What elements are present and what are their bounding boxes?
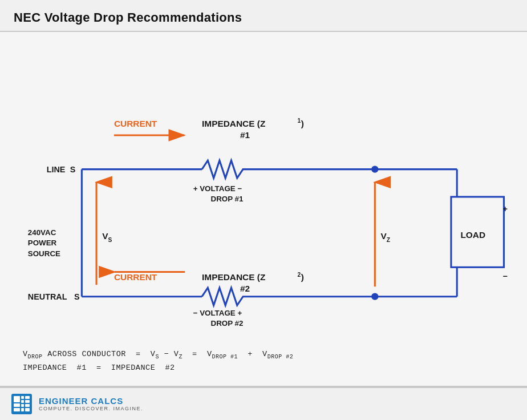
footer: ENGINEER CALCS COMPUTE. DISCOVER. IMAGIN… (0, 387, 527, 420)
vdrop2-num: DROP #2 (210, 319, 243, 328)
source-label-2: POWER (28, 239, 57, 247)
svg-text:Z: Z (387, 237, 390, 243)
footer-logo (11, 394, 32, 414)
resistor-z2 (202, 288, 264, 305)
svg-text:1: 1 (298, 118, 301, 124)
formula-area: VDROP ACROSS CONDUCTOR = VS − VZ = VDROP… (0, 344, 527, 386)
svg-text:S: S (70, 165, 76, 174)
current-label-2: CURRENT (114, 272, 157, 282)
svg-rect-19 (25, 400, 30, 403)
svg-text:): ) (301, 119, 304, 128)
svg-rect-17 (25, 396, 30, 399)
vdrop1-label: DROP #1 (210, 195, 243, 203)
impedance1-label: IMPEDANCE (Z (202, 119, 265, 128)
svg-rect-18 (21, 400, 24, 403)
current-label-1: CURRENT (114, 119, 157, 128)
neutral-label: NEUTRAL (28, 292, 67, 301)
svg-rect-14 (14, 403, 20, 407)
circuit-diagram: CURRENT IMPEDANCE (Z 1 ) #1 + VOLTA (11, 38, 516, 344)
impedance2-num: #2 (240, 284, 250, 293)
svg-text:2: 2 (298, 272, 301, 278)
svg-rect-15 (14, 408, 20, 411)
page-title: NEC Voltage Drop Recommendations (14, 10, 513, 25)
source-label-1: 240VAC (28, 228, 56, 237)
logo-icon (11, 394, 32, 414)
diagram-area: CURRENT IMPEDANCE (Z 1 ) #1 + VOLTA (11, 38, 516, 344)
vdrop1-plus: + VOLTAGE − (193, 184, 242, 193)
svg-rect-13 (14, 396, 20, 402)
svg-rect-23 (25, 408, 30, 411)
junction-top-right (371, 165, 378, 172)
footer-tagline: COMPUTE. DISCOVER. IMAGINE. (39, 406, 143, 411)
svg-text:S: S (108, 237, 112, 243)
source-label-3: SOURCE (28, 249, 60, 258)
junction-bottom-right (371, 293, 378, 300)
impedance1-num: #1 (240, 130, 250, 140)
header: NEC Voltage Drop Recommendations (0, 0, 527, 31)
load-label: LOAD (460, 230, 485, 240)
svg-rect-16 (21, 396, 24, 399)
svg-rect-22 (21, 408, 24, 411)
footer-text: ENGINEER CALCS COMPUTE. DISCOVER. IMAGIN… (39, 397, 143, 412)
line-label: LINE (47, 165, 66, 174)
formula-line-2: IMPEDANCE #1 = IMPEDANCE #2 (23, 364, 504, 372)
svg-text:): ) (301, 272, 304, 282)
load-plus: + (502, 204, 507, 213)
main-content: CURRENT IMPEDANCE (Z 1 ) #1 + VOLTA (0, 32, 527, 386)
svg-text:S: S (74, 292, 80, 301)
page: NEC Voltage Drop Recommendations (0, 0, 527, 420)
footer-brand: ENGINEER CALCS (39, 397, 143, 406)
formula-line-1: VDROP ACROSS CONDUCTOR = VS − VZ = VDROP… (23, 350, 504, 360)
load-minus: − (502, 272, 507, 281)
vdrop2-label: − VOLTAGE + (193, 309, 242, 317)
svg-rect-21 (25, 404, 30, 407)
svg-rect-20 (21, 404, 24, 407)
resistor-z1 (202, 160, 264, 178)
impedance2-label: IMPEDANCE (Z (202, 272, 265, 282)
